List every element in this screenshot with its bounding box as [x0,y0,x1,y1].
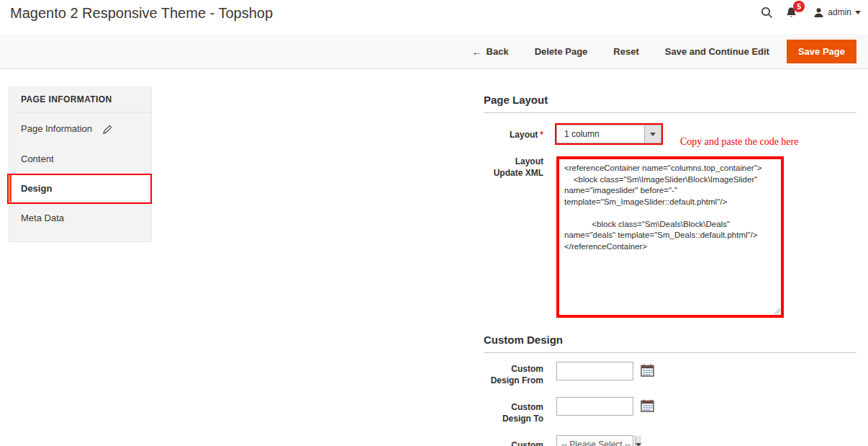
chevron-down-icon [855,11,861,14]
sidebar-item-meta-data[interactable]: Meta Data [9,205,151,231]
calendar-to-button[interactable] [639,398,655,414]
custom-design-to-input[interactable] [556,397,633,416]
back-label: Back [487,46,509,57]
back-button[interactable]: ← Back [472,46,509,58]
xml-annotation-border: <referenceContainer name="columns.top_co… [556,156,784,318]
sidebar-item-label: Design [21,183,52,194]
layout-update-xml-row: Layout Update XML <referenceContainer na… [484,156,856,318]
save-and-continue-button[interactable]: Save and Continue Edit [665,46,769,57]
copy-paste-annotation: Copy and paste the code here [680,136,798,148]
header-actions: 5 admin [754,0,861,24]
page-title: Magento 2 Responsive Theme - Topshop [10,5,273,22]
sidebar-item-content[interactable]: Content [9,146,151,172]
delete-page-button[interactable]: Delete Page [535,46,588,57]
layout-select[interactable]: 1 column [556,125,661,143]
sidebar-item-page-information[interactable]: Page Information [9,115,151,143]
page-actions-toolbar: ← Back Delete Page Reset Save and Contin… [0,35,868,69]
chevron-down-icon [636,443,641,446]
sidebar-item-label: Content [21,153,54,164]
custom-theme-select-value: -- Please Select -- [557,436,635,446]
custom-design-from-input[interactable] [556,362,633,380]
custom-design-from-label: Custom Design From [484,362,543,386]
notification-count-badge: 5 [793,1,805,12]
layout-label: Layout* [484,125,543,141]
custom-theme-row: Custom Theme -- Please Select -- [484,435,856,446]
page-layout-section: Page Layout Layout* 1 column Copy and pa… [484,94,856,318]
calendar-from-button[interactable] [639,363,655,379]
calendar-icon [641,364,654,377]
custom-theme-select[interactable]: -- Please Select -- [556,435,633,446]
edit-pencil-icon [102,125,112,135]
magnifier-glyph [761,6,773,19]
search-icon[interactable] [754,0,779,24]
back-arrow-icon: ← [472,46,482,58]
custom-design-from-row: Custom Design From [484,362,856,386]
custom-theme-label: Custom Theme [484,435,543,446]
select-arrow [644,125,661,143]
custom-design-section: Custom Design Custom Design From Custom … [484,334,856,446]
sidebar-item-design[interactable]: Design [9,175,151,202]
layout-update-xml-textarea[interactable]: <referenceContainer name="columns.top_co… [559,159,781,315]
app-header: Magento 2 Responsive Theme - Topshop 5 a… [0,0,868,35]
layout-select-value: 1 column [557,125,644,143]
chevron-down-icon [650,133,656,136]
reset-button[interactable]: Reset [613,46,638,57]
page-information-sidebar: PAGE INFORMATION Page Information Conten… [9,86,152,242]
custom-design-to-row: Custom Design To [484,397,856,424]
sidebar-header: PAGE INFORMATION [9,87,151,112]
required-marker: * [540,130,543,140]
admin-username: admin [828,7,851,17]
layout-row: Layout* 1 column [484,125,856,143]
select-arrow [635,436,641,446]
calendar-icon [641,399,654,412]
sidebar-item-label: Meta Data [21,213,64,223]
custom-design-to-label: Custom Design To [484,397,543,424]
layout-label-text: Layout [510,130,538,140]
save-page-button[interactable]: Save Page [787,40,856,63]
page-layout-section-title: Page Layout [484,94,856,113]
notifications-bell-icon[interactable]: 5 [779,0,803,24]
admin-menu[interactable]: admin [813,7,861,18]
user-icon [813,7,824,18]
sidebar-item-label: Page Information [21,123,92,134]
layout-update-xml-label: Layout Update XML [484,156,543,179]
custom-design-section-title: Custom Design [484,334,856,353]
